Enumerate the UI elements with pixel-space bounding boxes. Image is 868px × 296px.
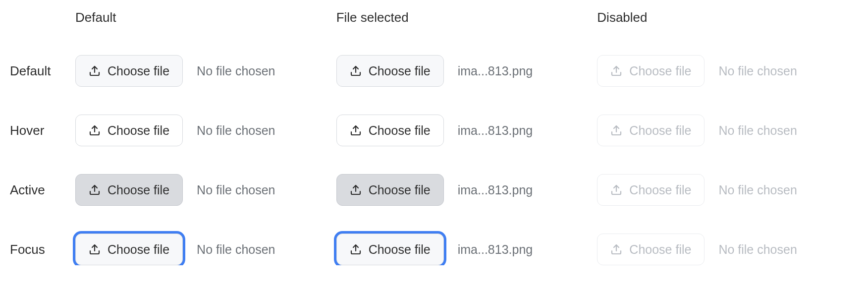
- upload-icon: [610, 243, 622, 255]
- row-label-default: Default: [10, 63, 75, 79]
- upload-icon: [89, 184, 101, 196]
- cell-default-selected: Choose file ima...813.png: [336, 55, 597, 87]
- file-status: No file chosen: [718, 242, 797, 257]
- file-status: ima...813.png: [458, 123, 533, 138]
- choose-file-button[interactable]: Choose file: [336, 55, 444, 87]
- choose-file-label: Choose file: [108, 123, 169, 138]
- choose-file-label: Choose file: [108, 183, 169, 197]
- choose-file-label: Choose file: [369, 64, 431, 78]
- cell-default-default: Choose file No file chosen: [75, 55, 336, 87]
- col-header-selected: File selected: [336, 10, 597, 27]
- file-status: ima...813.png: [458, 183, 533, 197]
- choose-file-button[interactable]: Choose file: [75, 234, 183, 265]
- file-status: No file chosen: [718, 183, 797, 197]
- upload-icon: [350, 184, 362, 196]
- choose-file-label: Choose file: [629, 64, 691, 78]
- upload-icon: [350, 65, 362, 77]
- cell-focus-default: Choose file No file chosen: [75, 234, 336, 265]
- file-input-state-matrix: Default File selected Disabled Default C…: [10, 10, 858, 265]
- choose-file-button[interactable]: Choose file: [75, 115, 183, 146]
- row-label-hover: Hover: [10, 123, 75, 138]
- choose-file-button: Choose file: [597, 115, 705, 146]
- choose-file-button[interactable]: Choose file: [75, 55, 183, 87]
- row-label-active: Active: [10, 182, 75, 198]
- upload-icon: [350, 124, 362, 136]
- choose-file-button[interactable]: Choose file: [336, 115, 444, 146]
- cell-active-default: Choose file No file chosen: [75, 174, 336, 206]
- cell-focus-selected: Choose file ima...813.png: [336, 234, 597, 265]
- cell-hover-default: Choose file No file chosen: [75, 115, 336, 146]
- choose-file-button: Choose file: [597, 55, 705, 87]
- file-status: No file chosen: [197, 183, 275, 197]
- choose-file-label: Choose file: [369, 123, 431, 138]
- file-status: No file chosen: [197, 123, 275, 138]
- choose-file-button[interactable]: Choose file: [336, 174, 444, 206]
- upload-icon: [610, 184, 622, 196]
- upload-icon: [89, 243, 101, 255]
- choose-file-label: Choose file: [108, 64, 169, 78]
- upload-icon: [610, 124, 622, 136]
- choose-file-button[interactable]: Choose file: [75, 174, 183, 206]
- choose-file-button: Choose file: [597, 174, 705, 206]
- file-status: ima...813.png: [458, 242, 533, 257]
- cell-active-disabled: Choose file No file chosen: [597, 174, 858, 206]
- cell-active-selected: Choose file ima...813.png: [336, 174, 597, 206]
- choose-file-button: Choose file: [597, 234, 705, 265]
- upload-icon: [89, 124, 101, 136]
- cell-hover-selected: Choose file ima...813.png: [336, 115, 597, 146]
- choose-file-label: Choose file: [629, 183, 691, 197]
- cell-default-disabled: Choose file No file chosen: [597, 55, 858, 87]
- file-status: No file chosen: [197, 64, 275, 78]
- choose-file-label: Choose file: [629, 242, 691, 257]
- choose-file-label: Choose file: [369, 183, 431, 197]
- cell-focus-disabled: Choose file No file chosen: [597, 234, 858, 265]
- upload-icon: [610, 65, 622, 77]
- file-status: No file chosen: [718, 64, 797, 78]
- choose-file-label: Choose file: [108, 242, 169, 257]
- upload-icon: [89, 65, 101, 77]
- upload-icon: [350, 243, 362, 255]
- col-header-default: Default: [75, 10, 336, 27]
- row-label-focus: Focus: [10, 242, 75, 257]
- file-status: No file chosen: [197, 242, 275, 257]
- file-status: ima...813.png: [458, 64, 533, 78]
- col-header-disabled: Disabled: [597, 10, 858, 27]
- choose-file-label: Choose file: [629, 123, 691, 138]
- cell-hover-disabled: Choose file No file chosen: [597, 115, 858, 146]
- file-status: No file chosen: [718, 123, 797, 138]
- choose-file-label: Choose file: [369, 242, 431, 257]
- choose-file-button[interactable]: Choose file: [336, 234, 444, 265]
